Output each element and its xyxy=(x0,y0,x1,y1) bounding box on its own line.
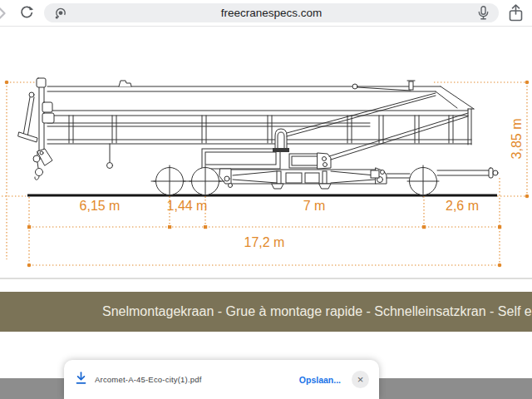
caption-text: Snelmontagekraan - Grue à montage rapide… xyxy=(0,292,532,332)
dim-label-wheelbase: 7 m xyxy=(303,199,326,213)
share-icon[interactable] xyxy=(507,4,525,25)
crane-drawing xyxy=(18,78,498,197)
crane-diagram: 6,15 m 1,44 m 7 m 2,6 m 17,2 m 3,85 m xyxy=(0,0,532,287)
dimension-annotations: 6,15 m 1,44 m 7 m 2,6 m 17,2 m 3,85 m xyxy=(2,81,529,268)
crane-trailer-frame xyxy=(219,168,410,189)
crane-hook-assembly xyxy=(18,92,54,180)
dim-label-front: 6,15 m xyxy=(80,199,121,213)
crane-ballast-and-tower xyxy=(202,93,468,169)
dim-label-height: 3,85 m xyxy=(510,119,524,160)
address-bar[interactable]: freecranespecs.com xyxy=(44,3,499,22)
dim-label-total: 17,2 m xyxy=(244,235,285,249)
reload-icon[interactable] xyxy=(18,5,34,24)
dim-label-axle: 1,44 m xyxy=(167,199,208,213)
save-button[interactable]: Opslaan... xyxy=(299,375,341,385)
url-text: freecranespecs.com xyxy=(44,3,499,22)
caption-bar: Snelmontagekraan - Grue à montage rapide… xyxy=(0,292,532,332)
download-icon xyxy=(76,372,86,388)
browser-toolbar: freecranespecs.com xyxy=(0,0,532,27)
download-filename: Arcomet-A-45-Eco-city(1).pdf xyxy=(95,375,202,384)
download-notification[interactable]: Arcomet-A-45-Eco-city(1).pdf Opslaan... … xyxy=(64,360,379,399)
forward-chevron-icon[interactable] xyxy=(0,5,7,25)
microphone-icon[interactable] xyxy=(478,6,489,23)
dim-label-rear: 2,6 m xyxy=(446,199,479,213)
close-icon[interactable]: × xyxy=(352,371,369,388)
